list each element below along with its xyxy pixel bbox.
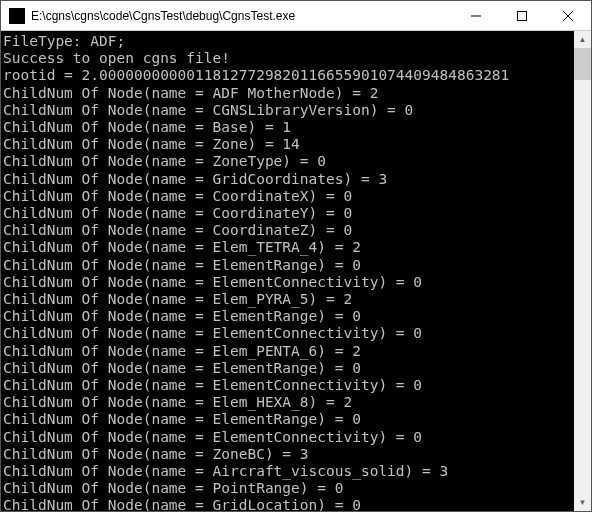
console-line: ChildNum Of Node(name = ElementConnectiv…: [3, 325, 574, 342]
console-line: ChildNum Of Node(name = CGNSLibraryVersi…: [3, 102, 574, 119]
scroll-down-arrow[interactable]: ▼: [574, 494, 591, 511]
console-output[interactable]: FileType: ADF;Success to open cgns file!…: [1, 31, 574, 511]
console-line: ChildNum Of Node(name = ElementRange) = …: [3, 411, 574, 428]
console-line: ChildNum Of Node(name = CoordinateZ) = 0: [3, 222, 574, 239]
console-line: ChildNum Of Node(name = ElementRange) = …: [3, 360, 574, 377]
console-line: ChildNum Of Node(name = Elem_PYRA_5) = 2: [3, 291, 574, 308]
console-line: ChildNum Of Node(name = Elem_HEXA_8) = 2: [3, 394, 574, 411]
console-line: ChildNum Of Node(name = Aircraft_viscous…: [3, 463, 574, 480]
console-line: ChildNum Of Node(name = ZoneType) = 0: [3, 153, 574, 170]
titlebar[interactable]: E:\cgns\cgns\code\CgnsTest\debug\CgnsTes…: [1, 1, 591, 31]
console-line: ChildNum Of Node(name = ElementConnectiv…: [3, 274, 574, 291]
vertical-scrollbar[interactable]: ▲ ▼: [574, 31, 591, 511]
console-line: Success to open cgns file!: [3, 50, 574, 67]
console-line: ChildNum Of Node(name = Elem_PENTA_6) = …: [3, 343, 574, 360]
maximize-button[interactable]: [499, 1, 545, 30]
console-line: ChildNum Of Node(name = ElementRange) = …: [3, 257, 574, 274]
close-button[interactable]: [545, 1, 591, 30]
console-line: ChildNum Of Node(name = ElementConnectiv…: [3, 377, 574, 394]
svg-rect-1: [518, 11, 527, 20]
console-line: ChildNum Of Node(name = PointRange) = 0: [3, 480, 574, 497]
console-line: ChildNum Of Node(name = CoordinateY) = 0: [3, 205, 574, 222]
console-line: ChildNum Of Node(name = CoordinateX) = 0: [3, 188, 574, 205]
console-line: FileType: ADF;: [3, 33, 574, 50]
console-line: ChildNum Of Node(name = GridLocation) = …: [3, 497, 574, 511]
scroll-up-arrow[interactable]: ▲: [574, 31, 591, 48]
console-line: ChildNum Of Node(name = ElementRange) = …: [3, 308, 574, 325]
minimize-button[interactable]: [453, 1, 499, 30]
window-controls: [453, 1, 591, 30]
console-area: FileType: ADF;Success to open cgns file!…: [1, 31, 591, 511]
scroll-thumb[interactable]: [574, 48, 591, 80]
app-icon: [9, 8, 25, 24]
console-line: ChildNum Of Node(name = GridCoordinates)…: [3, 171, 574, 188]
console-line: rootid = 2.00000000000118127729820116655…: [3, 67, 574, 84]
console-line: ChildNum Of Node(name = ADF MotherNode) …: [3, 85, 574, 102]
window-title: E:\cgns\cgns\code\CgnsTest\debug\CgnsTes…: [31, 9, 453, 23]
console-line: ChildNum Of Node(name = Base) = 1: [3, 119, 574, 136]
console-line: ChildNum Of Node(name = ZoneBC) = 3: [3, 446, 574, 463]
console-line: ChildNum Of Node(name = ElementConnectiv…: [3, 429, 574, 446]
console-line: ChildNum Of Node(name = Elem_TETRA_4) = …: [3, 239, 574, 256]
console-line: ChildNum Of Node(name = Zone) = 14: [3, 136, 574, 153]
